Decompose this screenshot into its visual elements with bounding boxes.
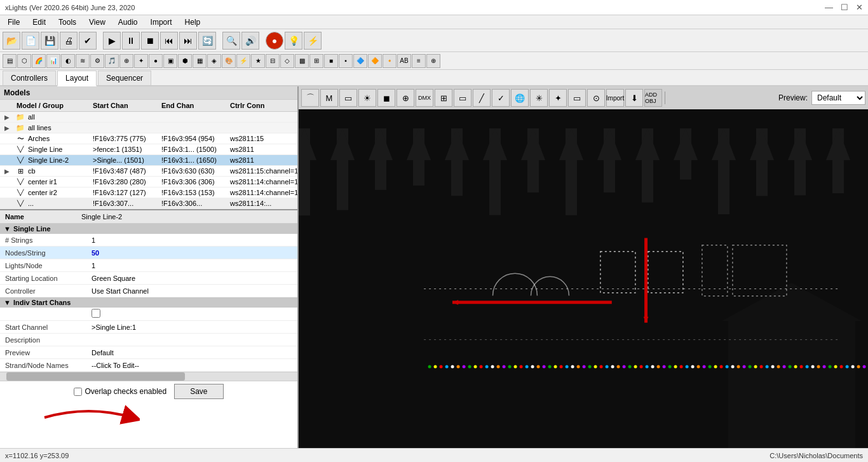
group-collapse-indiv-icon[interactable]: ▼ (4, 299, 11, 306)
tb2-btn-28[interactable]: AB (397, 54, 411, 68)
indiv-start-checkbox[interactable] (92, 309, 100, 318)
tb-power-button[interactable]: ⚡ (304, 32, 322, 50)
menu-file[interactable]: File (3, 17, 25, 28)
save-button[interactable]: Save (174, 384, 223, 399)
ct-star-btn[interactable]: ✳ (530, 89, 548, 107)
window-controls[interactable]: — ☐ ✕ (825, 3, 863, 12)
menu-import[interactable]: Import (146, 17, 177, 28)
model-row-centerir2[interactable]: ╲╱ center ir2 !F16v3:127 (127) !F16v3:15… (0, 187, 297, 198)
model-row-more[interactable]: ╲╱ ... !F16v3:307... !F16v3:306... ws281… (0, 198, 297, 209)
tb2-btn-15[interactable]: ◈ (207, 54, 221, 68)
tb2-btn-30[interactable]: ⊕ (426, 54, 440, 68)
tb2-btn-17[interactable]: ⚡ (236, 54, 250, 68)
ct-down-btn[interactable]: ⬇ (625, 89, 643, 107)
tb2-btn-27[interactable]: 🔸 (383, 54, 397, 68)
tb-check-button[interactable]: ✔ (79, 32, 97, 50)
ct-addobj-btn[interactable]: ADD OBJ (644, 89, 662, 107)
tb2-btn-13[interactable]: ⬢ (178, 54, 192, 68)
ct-rect2-btn[interactable]: ▭ (454, 89, 471, 107)
ct-line-btn[interactable]: ╱ (473, 89, 491, 107)
tb-print-button[interactable]: 🖨 (60, 32, 78, 50)
tb-open-button[interactable]: 📂 (3, 32, 20, 50)
menu-audio[interactable]: Audio (113, 17, 143, 28)
menu-view[interactable]: View (84, 17, 111, 28)
minimize-button[interactable]: — (825, 3, 833, 12)
model-row-alllines[interactable]: ▶ 📁 all lines (0, 123, 297, 133)
model-row-cb[interactable]: ▶ ⊞ cb !F16v3:487 (487) !F16v3:630 (630)… (0, 166, 297, 177)
model-row-all[interactable]: ▶ 📁 all (0, 112, 297, 123)
model-row-arches[interactable]: 〜 Arches !F16v3:775 (775) !F16v3:954 (95… (0, 133, 297, 144)
tb2-btn-7[interactable]: ⚙ (90, 54, 104, 68)
tb-loop-button[interactable]: 🔄 (198, 32, 216, 50)
tb-new-button[interactable]: 📄 (22, 32, 39, 50)
model-row-centerir1[interactable]: ╲╱ center ir1 !F16v3:280 (280) !F16v3:30… (0, 177, 297, 187)
maximize-button[interactable]: ☐ (841, 3, 848, 12)
tb-bulb-button[interactable]: 💡 (285, 32, 302, 50)
ct-dmx-btn[interactable]: DMX (416, 89, 433, 107)
overlap-checkbox[interactable] (74, 388, 82, 396)
prop-value-startchan[interactable]: >Single Line:1 (89, 322, 297, 332)
tb2-btn-1[interactable]: ▤ (3, 54, 17, 68)
tb2-btn-21[interactable]: ▩ (295, 54, 309, 68)
tb2-btn-9[interactable]: ⊕ (119, 54, 133, 68)
tb2-btn-25[interactable]: 🔷 (353, 54, 367, 68)
tab-layout[interactable]: Layout (57, 71, 97, 86)
tb2-btn-18[interactable]: ★ (251, 54, 265, 68)
prop-value-desc[interactable] (89, 339, 297, 341)
tb2-btn-19[interactable]: ⊟ (266, 54, 280, 68)
tb2-btn-24[interactable]: ▪ (339, 54, 353, 68)
ct-square-btn[interactable]: ◼ (377, 89, 395, 107)
tb2-btn-22[interactable]: ⊞ (309, 54, 323, 68)
tb-play-button[interactable]: ▶ (103, 32, 121, 50)
scene-canvas[interactable] (299, 109, 868, 448)
tb-red-button[interactable]: ● (266, 32, 283, 50)
tb2-btn-29[interactable]: ≡ (412, 54, 426, 68)
prop-value-lights[interactable]: 1 (89, 261, 297, 271)
ct-rect-btn[interactable]: ▭ (339, 89, 357, 107)
tb2-btn-5[interactable]: ◐ (61, 54, 75, 68)
tb2-btn-12[interactable]: ▣ (163, 54, 177, 68)
expand-all[interactable]: ▶ (0, 114, 14, 121)
prop-value-checkbox[interactable] (89, 308, 297, 320)
tb2-btn-20[interactable]: ◇ (280, 54, 294, 68)
tb-rewind-button[interactable]: ⏮ (160, 32, 178, 50)
menu-help[interactable]: Help (180, 17, 206, 28)
ct-grid-btn[interactable]: ⊞ (435, 89, 452, 107)
group-collapse-icon[interactable]: ▼ (4, 225, 11, 233)
ct-oval-btn[interactable]: ⊙ (587, 89, 605, 107)
tb2-btn-14[interactable]: ▦ (193, 54, 207, 68)
prop-value-preview[interactable]: Default (89, 348, 297, 358)
ct-check-btn[interactable]: ✓ (492, 89, 510, 107)
prop-value-nodes[interactable]: 50 (89, 248, 297, 258)
expand-cb[interactable]: ▶ (0, 168, 14, 175)
tb-fast-forward-button[interactable]: ⏭ (179, 32, 197, 50)
ct-rect3-btn[interactable]: ▭ (568, 89, 586, 107)
ct-globe-btn[interactable]: 🌐 (511, 89, 529, 107)
ct-m-btn[interactable]: M (320, 89, 338, 107)
ct-import-btn[interactable]: Import (606, 89, 624, 107)
tb2-btn-10[interactable]: ✦ (134, 54, 148, 68)
tab-controllers[interactable]: Controllers (3, 71, 56, 85)
prop-value-startloc[interactable]: Green Square (89, 273, 297, 283)
close-button[interactable]: ✕ (856, 3, 863, 12)
h-scrollbar[interactable] (0, 372, 297, 381)
menu-edit[interactable]: Edit (27, 17, 51, 28)
tb-pause-button[interactable]: ⏸ (122, 32, 140, 50)
model-row-singleline2[interactable]: ╲╱ Single Line-2 >Single... (1501) !F16v… (0, 155, 297, 166)
tb2-btn-6[interactable]: ≋ (76, 54, 90, 68)
tb2-btn-3[interactable]: 🌈 (32, 54, 46, 68)
tb2-btn-16[interactable]: 🎨 (222, 54, 236, 68)
ct-circle-btn[interactable]: ⊕ (397, 89, 414, 107)
preview-dropdown[interactable]: Default (811, 91, 865, 105)
model-row-singleline[interactable]: ╲╱ Single Line >fence:1 (1351) !F16v3:1.… (0, 144, 297, 155)
tb2-btn-8[interactable]: 🎵 (105, 54, 119, 68)
tb-save-project-button[interactable]: 💾 (41, 32, 58, 50)
ct-arch-btn[interactable]: ⌒ (301, 89, 319, 107)
ct-snowflake-btn[interactable]: ✦ (549, 89, 567, 107)
prop-value-strings[interactable]: 1 (89, 235, 297, 245)
tb2-btn-11[interactable]: ● (149, 54, 163, 68)
prop-value-strandnames[interactable]: --Click To Edit-- (89, 360, 297, 370)
prop-value-controller[interactable]: Use Start Channel (89, 286, 297, 296)
menu-tools[interactable]: Tools (53, 17, 81, 28)
tb2-btn-26[interactable]: 🔶 (368, 54, 382, 68)
